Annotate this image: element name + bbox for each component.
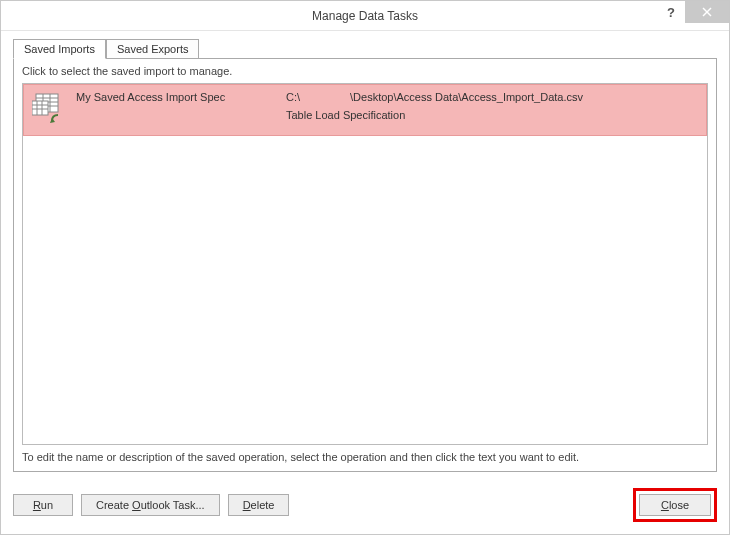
create-outlook-task-button[interactable]: Create Outlook Task... [81, 494, 220, 516]
run-button-rest: un [41, 499, 53, 511]
tab-saved-exports[interactable]: Saved Exports [106, 39, 200, 58]
svg-rect-8 [32, 101, 48, 115]
saved-imports-list: My Saved Access Import Spec C:\ \Desktop… [22, 83, 708, 445]
import-spec-name[interactable]: My Saved Access Import Spec [76, 91, 266, 103]
manage-data-tasks-dialog: Manage Data Tasks ? Saved Imports Saved … [0, 0, 730, 535]
close-button-highlight: Close [633, 488, 717, 522]
import-path-suffix: \Desktop\Access Data\Access_Import_Data.… [350, 91, 583, 103]
run-button[interactable]: Run [13, 494, 73, 516]
help-icon[interactable]: ? [657, 1, 685, 23]
import-spec-icon [32, 93, 64, 125]
dialog-button-row: Run Create Outlook Task... Delete Close [1, 484, 729, 534]
titlebar: Manage Data Tasks ? [1, 1, 729, 31]
tab-strip: Saved Imports Saved Exports [13, 39, 717, 58]
import-spec-path[interactable]: C:\ \Desktop\Access Data\Access_Import_D… [286, 91, 698, 103]
edit-hint-text: To edit the name or description of the s… [22, 451, 708, 463]
content-area: Saved Imports Saved Exports Click to sel… [1, 31, 729, 484]
import-path-prefix: C:\ [286, 91, 300, 103]
import-spec-row[interactable]: My Saved Access Import Spec C:\ \Desktop… [23, 84, 707, 136]
delete-button[interactable]: Delete [228, 494, 290, 516]
close-icon[interactable] [685, 1, 729, 23]
import-spec-description[interactable]: Table Load Specification [286, 109, 698, 121]
titlebar-controls: ? [657, 1, 729, 23]
instruction-text: Click to select the saved import to mana… [22, 65, 708, 77]
svg-marker-13 [50, 118, 55, 123]
tab-panel-saved-imports: Click to select the saved import to mana… [13, 58, 717, 472]
import-spec-details: My Saved Access Import Spec C:\ \Desktop… [76, 91, 698, 121]
tab-saved-imports[interactable]: Saved Imports [13, 39, 106, 59]
window-title: Manage Data Tasks [1, 9, 729, 23]
close-button[interactable]: Close [639, 494, 711, 516]
